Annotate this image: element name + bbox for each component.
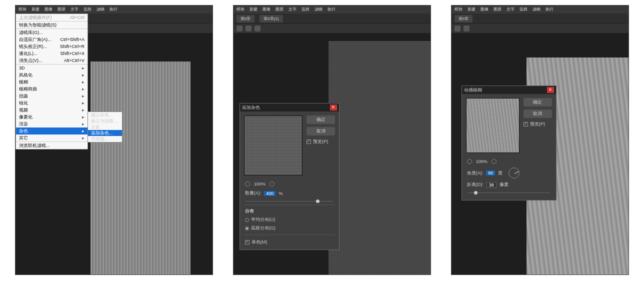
doc-tab[interactable]: 第6章 (454, 15, 472, 22)
menu-item[interactable]: 模块 (18, 6, 26, 14)
submenu-item-add-noise[interactable]: 添加杂色... (88, 130, 122, 136)
menu-item[interactable]: 文字 (506, 6, 514, 14)
zoom-out-icon[interactable] (467, 159, 472, 164)
zoom-value: 100% (476, 159, 488, 164)
menu-item[interactable]: 新建 (468, 6, 476, 14)
options-bar (452, 24, 628, 34)
tool-icon[interactable] (246, 26, 252, 32)
distance-slider[interactable] (468, 192, 550, 193)
menu-item[interactable]: 图层 (58, 6, 66, 14)
app-window-1: 模块 新建 图像 图层 文字 选择 滤镜 执行 上次滤镜操作(F)Alt+Ctr… (15, 5, 213, 275)
menu-item[interactable]: 新建 (250, 6, 258, 14)
menu-item[interactable]: 执行 (546, 6, 554, 14)
menu-row[interactable]: 扭曲▸ (16, 92, 88, 100)
doc-tab[interactable]: 第6章 (236, 15, 254, 22)
menu-row[interactable]: 其它▸ (16, 134, 88, 142)
amount-slider[interactable] (246, 201, 333, 202)
menubar: 模块 新建 图像 图层 文字 选择 滤镜 执行 (234, 6, 430, 14)
motion-blur-dialog: 动感模糊 ✕ 确定 取消 预览(P) 100% 角度(A): 90 度 (462, 86, 556, 200)
angle-value[interactable]: 90 (486, 170, 495, 176)
menu-item[interactable]: 文字 (288, 6, 296, 14)
menu-item[interactable]: 图层 (494, 6, 502, 14)
add-noise-dialog: 添加杂色 ✕ 确定 取消 预览(P) 100% 数量(A): 400 % (240, 103, 340, 250)
menu-item[interactable]: 模块 (236, 6, 244, 14)
menu-row[interactable]: 消失点(V)...Alt+Ctrl+V (16, 57, 88, 64)
amount-value[interactable]: 400 (264, 191, 276, 196)
dialog-title: 添加杂色 (242, 104, 260, 111)
zoom-in-icon[interactable] (492, 159, 496, 164)
filter-submenu: 减少杂色... 蒙尘与划痕... 去斑 添加杂色... 中间值... (88, 112, 122, 142)
preview-checkbox[interactable]: 预览(P) (306, 138, 335, 145)
artboard (90, 62, 190, 274)
menu-row[interactable]: 锐化▸ (16, 100, 88, 106)
tool-icon[interactable] (454, 26, 460, 32)
menu-row[interactable]: 3D▸ (16, 64, 88, 72)
menu-item[interactable]: 滤镜 (96, 6, 104, 14)
app-window-2: 模块 新建 图像 图层 文字 选择 滤镜 执行 第6章 第6章(2) 添加杂色 … (233, 5, 431, 275)
app-window-3: 模块 新建 图像 图层 文字 选择 滤镜 执行 第6章 动感模糊 ✕ (451, 5, 629, 275)
cancel-button[interactable]: 取消 (524, 110, 552, 118)
menu-item[interactable]: 选择 (302, 6, 310, 14)
menu-item[interactable]: 滤镜 (532, 6, 540, 14)
ok-button[interactable]: 确定 (524, 98, 552, 106)
radio-uniform[interactable]: 平均分布(U) (240, 216, 339, 224)
doc-tab[interactable]: 第6章(2) (260, 15, 282, 22)
filter-preview (466, 98, 520, 153)
cancel-button[interactable]: 取消 (306, 127, 335, 136)
submenu-item[interactable]: 中间值... (88, 136, 122, 142)
zoom-in-icon[interactable] (270, 182, 274, 186)
menu-row[interactable]: 模糊▸ (16, 78, 88, 86)
menu-item[interactable]: 图像 (44, 6, 52, 14)
menu-row[interactable]: 视频▸ (16, 106, 88, 114)
tabbar: 第6章 第6章(2) (234, 14, 430, 24)
distance-value[interactable]: 38 (486, 182, 496, 188)
menu-row[interactable]: 渲染▸ (16, 120, 88, 128)
menu-row-noise[interactable]: 杂色▸ (16, 128, 88, 134)
menu-row[interactable]: 转换为智能滤镜(S) (16, 22, 88, 28)
filter-menu-dropdown: 上次滤镜操作(F)Alt+Ctrl 转换为智能滤镜(S) 滤镜库(G)... 自… (16, 14, 88, 150)
amount-label: 数量(A): (245, 190, 262, 196)
close-icon[interactable]: ✕ (547, 87, 554, 93)
menu-row[interactable]: 滤镜库(G)... (16, 29, 88, 36)
menu-item[interactable]: 图像 (480, 6, 488, 14)
distribution-header: 分布 (245, 208, 254, 214)
menu-item[interactable]: 模块 (454, 6, 462, 14)
menu-row[interactable]: 浏览联机滤镜... (16, 142, 88, 149)
menu-row[interactable]: 镜头校正(R)...Shift+Ctrl+R (16, 43, 88, 50)
zoom-out-icon[interactable] (245, 182, 250, 186)
preview-checkbox[interactable]: 预览(P) (524, 121, 552, 128)
dialog-titlebar: 添加杂色 ✕ (240, 104, 339, 112)
angle-dial-icon[interactable] (508, 168, 520, 178)
amount-unit: % (278, 191, 282, 196)
angle-label: 角度(A): (467, 170, 484, 176)
distance-unit: 像素 (500, 182, 508, 188)
ok-button[interactable]: 确定 (306, 116, 335, 124)
tool-icon[interactable] (464, 26, 470, 32)
menu-item[interactable]: 选择 (84, 6, 92, 14)
menu-item[interactable]: 执行 (110, 6, 118, 14)
tool-icon[interactable] (236, 26, 242, 32)
distance-label: 距离(D): (467, 182, 484, 188)
menu-item[interactable]: 图像 (262, 6, 270, 14)
submenu-item[interactable]: 去斑 (88, 124, 122, 130)
menu-item[interactable]: 文字 (70, 6, 78, 14)
menu-row[interactable]: 模糊画廊▸ (16, 86, 88, 92)
menu-item[interactable]: 新建 (32, 6, 40, 14)
menu-row[interactable]: 液化(L)...Shift+Ctrl+X (16, 50, 88, 57)
menu-item[interactable]: 滤镜 (314, 6, 322, 14)
close-icon[interactable]: ✕ (330, 104, 337, 110)
menu-row[interactable]: 自适应广角(A)...Ctrl+Shift+A (16, 36, 88, 43)
mono-checkbox[interactable]: 单色(M) (240, 237, 339, 250)
submenu-item[interactable]: 蒙尘与划痕... (88, 118, 122, 124)
menu-row[interactable]: 风格化▸ (16, 72, 88, 78)
filter-preview (244, 116, 302, 176)
menu-item[interactable]: 图层 (276, 6, 284, 14)
tool-icon[interactable] (254, 26, 260, 32)
menubar: 模块 新建 图像 图层 文字 选择 滤镜 执行 (452, 6, 628, 14)
submenu-item[interactable]: 减少杂色... (88, 112, 122, 118)
menu-item[interactable]: 选择 (520, 6, 528, 14)
radio-gaussian[interactable]: 高斯分布(G) (240, 224, 339, 232)
menu-row[interactable]: 像素化▸ (16, 114, 88, 120)
menu-item[interactable]: 执行 (328, 6, 336, 14)
tabbar: 第6章 (452, 14, 628, 24)
